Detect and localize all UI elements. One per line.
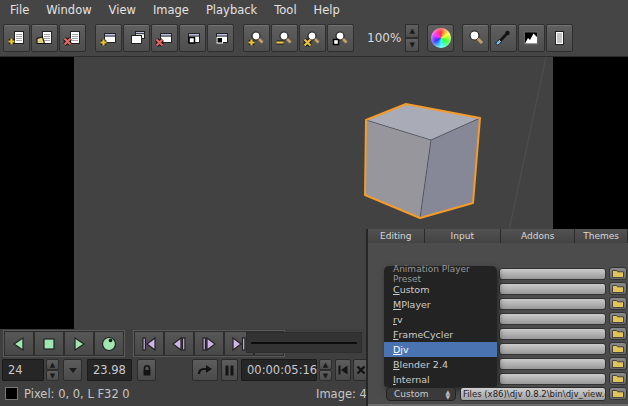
- frame-start-icon: [140, 335, 158, 353]
- window-close-button[interactable]: [151, 24, 178, 52]
- frame-next-button[interactable]: [194, 331, 224, 356]
- tab-editing[interactable]: Editing: [368, 229, 425, 243]
- browse-folder-button[interactable]: [609, 297, 627, 310]
- timeline-slider[interactable]: [246, 332, 362, 353]
- info-icon: [550, 29, 569, 47]
- dropdown-item-mplayer[interactable]: MPlayer: [384, 297, 497, 312]
- zoom-fit-icon: [331, 29, 350, 47]
- dropdown-item-internal[interactable]: Internal: [384, 372, 497, 387]
- player-path-field[interactable]: [499, 283, 606, 295]
- menu-help[interactable]: Help: [314, 3, 340, 17]
- timecode-spin-up-icon[interactable]: ▲: [319, 359, 332, 370]
- tab-addons[interactable]: Addons: [501, 229, 575, 243]
- file-toolbar-group: [3, 24, 87, 52]
- timecode-input[interactable]: 00:00:05:16: [241, 359, 317, 381]
- color-wheel-icon: [431, 28, 451, 48]
- folder-icon: [612, 344, 624, 353]
- lock-speed-button[interactable]: [137, 359, 156, 381]
- menubar: FileWindowViewImagePlaybackToolHelp: [0, 0, 628, 20]
- info-button[interactable]: [546, 24, 573, 52]
- speed-input[interactable]: 23.98: [87, 359, 132, 381]
- color-picker-button[interactable]: [490, 24, 517, 52]
- player-path-field[interactable]: [499, 373, 606, 385]
- player-path-field[interactable]: [499, 358, 606, 370]
- play-forward-button[interactable]: [64, 331, 94, 356]
- frame-spin-down-icon[interactable]: ▼: [46, 370, 59, 381]
- folder-icon: [612, 314, 624, 323]
- color-picker-icon: [494, 29, 513, 47]
- dropdown-item-rv[interactable]: rv: [384, 312, 497, 327]
- stop-icon: [40, 335, 58, 353]
- stop-button[interactable]: [34, 331, 64, 356]
- dropdown-item-blender-2-4[interactable]: Blender 2.4: [384, 357, 497, 372]
- preset-select[interactable]: Custom ▲▼: [386, 387, 456, 401]
- magnify-tool-button[interactable]: [462, 24, 489, 52]
- zoom-spin-down-icon[interactable]: ▼: [405, 38, 419, 52]
- loop-button[interactable]: [94, 331, 124, 356]
- browse-folder-button[interactable]: [609, 267, 627, 280]
- browse-folder-button[interactable]: [609, 312, 627, 325]
- timecode-spin-down-icon[interactable]: ▼: [319, 370, 332, 381]
- window-new-button[interactable]: [95, 24, 122, 52]
- histogram-button[interactable]: [518, 24, 545, 52]
- player-path-field[interactable]: [499, 298, 606, 310]
- menu-playback[interactable]: Playback: [206, 3, 257, 17]
- app-root: { "menubar": { "items": ["File", "Window…: [0, 0, 628, 406]
- menu-tool[interactable]: Tool: [274, 3, 296, 17]
- toolbar: 100% ▲ ▼: [0, 20, 628, 57]
- file-open-icon: [7, 29, 26, 47]
- menu-view[interactable]: View: [109, 3, 136, 17]
- play-reverse-icon: [10, 335, 28, 353]
- go-to-start-button[interactable]: [335, 359, 351, 381]
- menu-image[interactable]: Image: [153, 3, 189, 17]
- frame-start-button[interactable]: [134, 331, 164, 356]
- player-path-field[interactable]: [499, 268, 606, 280]
- window-new-icon: [99, 29, 118, 47]
- dropdown-item-djv[interactable]: Djv: [384, 342, 497, 357]
- zoom-fit-button[interactable]: [327, 24, 354, 52]
- browse-folder-button[interactable]: [609, 282, 627, 295]
- frame-prev-button[interactable]: [164, 331, 194, 356]
- folder-icon: [612, 269, 624, 278]
- dropdown-item-framecycler[interactable]: FrameCycler: [384, 327, 497, 342]
- zoom-spin-up-icon[interactable]: ▲: [405, 24, 419, 38]
- zoom-spinner: ▲ ▼: [405, 24, 419, 52]
- zoom-reset-button[interactable]: [299, 24, 326, 52]
- file-open-button[interactable]: [3, 24, 30, 52]
- frame-next-icon: [200, 335, 218, 353]
- tab-input[interactable]: Input: [425, 229, 501, 243]
- browse-folder-button[interactable]: [609, 327, 627, 340]
- menu-window[interactable]: Window: [46, 3, 91, 17]
- dropdown-item-custom[interactable]: Custom: [384, 282, 497, 297]
- folder-icon: [612, 284, 624, 293]
- browse-folder-button[interactable]: [609, 372, 627, 385]
- select-arrows-icon: ▲▼: [445, 389, 450, 399]
- color-wheel-button[interactable]: [427, 24, 454, 52]
- tab-themes[interactable]: Themes: [575, 229, 628, 243]
- window-duplicate-button[interactable]: [123, 24, 150, 52]
- frame-menu-button[interactable]: [63, 359, 82, 381]
- play-reverse-button[interactable]: [4, 331, 34, 356]
- frame-spin-up-icon[interactable]: ▲: [46, 359, 59, 370]
- window-fullscreen-icon: [211, 29, 230, 47]
- player-path-field[interactable]: [499, 343, 606, 355]
- browse-folder-button[interactable]: [609, 342, 627, 355]
- file-close-button[interactable]: [59, 24, 86, 52]
- browse-folder-button[interactable]: [609, 357, 627, 370]
- player-path-field[interactable]: [499, 328, 606, 340]
- frame-prev-icon: [170, 335, 188, 353]
- frame-input[interactable]: 24: [2, 359, 44, 381]
- pause-button[interactable]: [221, 359, 238, 381]
- window-fit-button[interactable]: [179, 24, 206, 52]
- player-path-field[interactable]: [499, 313, 606, 325]
- file-reload-button[interactable]: [31, 24, 58, 52]
- window-fullscreen-button[interactable]: [207, 24, 234, 52]
- menu-file[interactable]: File: [10, 3, 29, 17]
- player-path-input[interactable]: am Files (x86)\djv 0.8.2\bin\djv_view.ex…: [460, 387, 606, 401]
- folder-icon: [612, 374, 624, 383]
- zoom-in-button[interactable]: [243, 24, 270, 52]
- browse-folder-button[interactable]: [609, 387, 627, 400]
- zoom-reset-icon: [303, 29, 322, 47]
- loop-mode-button[interactable]: [192, 359, 218, 381]
- zoom-out-button[interactable]: [271, 24, 298, 52]
